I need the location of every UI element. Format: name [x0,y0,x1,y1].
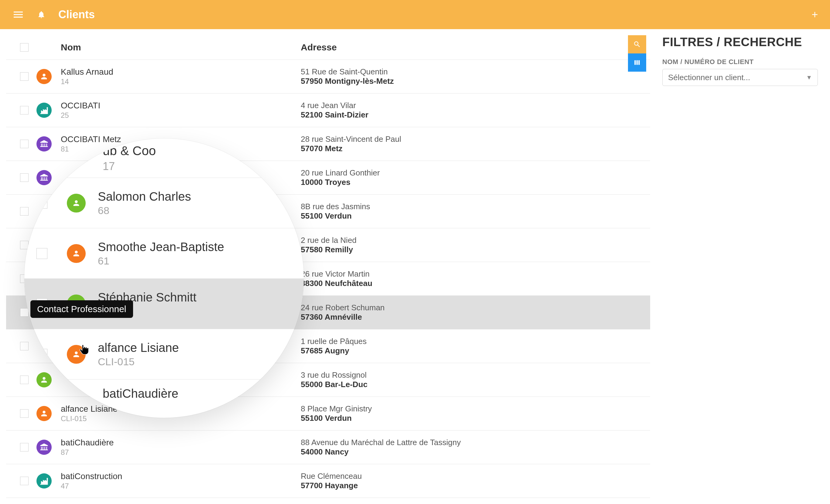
client-city: 10000 Troyes [301,178,586,187]
page-title: Clients [58,8,95,21]
topbar: Clients [0,0,830,29]
add-client-button[interactable] [809,8,821,21]
header-name[interactable]: Nom [61,42,301,53]
client-name: alfance Lisiane [98,341,179,355]
client-address: 26 rue Victor Martin [301,269,586,279]
client-name: Kallus Arnaud [61,67,301,77]
table-row[interactable]: batiConstruction47Rue Clémenceau57700 Ha… [6,464,650,498]
client-city: 55100 Verdun [301,413,586,423]
client-address: 24 rue Robert Schuman [301,303,586,312]
table-header-row: Nom Adresse [6,35,650,60]
row-checkbox[interactable] [20,409,29,418]
client-address: 8B rue des Jasmins [301,202,586,211]
client-name: Salomon Charles [98,190,191,203]
client-address: 3 rue du Rossignol [301,370,586,380]
client-address: 4 rue Jean Vilar [301,101,586,110]
row-checkbox[interactable] [20,443,29,451]
svg-rect-0 [14,11,23,12]
client-city: 57070 Metz [301,144,586,153]
row-checkbox[interactable] [20,207,29,215]
client-sub: CLI-015 [98,356,179,368]
client-city: 55000 Bar-Le-Duc [301,380,586,389]
client-sub: 25 [61,111,301,120]
client-sub: 61 [98,255,224,267]
table-row[interactable]: batiChaudière8788 Avenue du Maréchal de … [6,431,650,464]
row-checkbox[interactable] [20,140,29,148]
client-avatar-person-icon [67,244,86,263]
client-address: 1 ruelle de Pâques [301,337,586,346]
chevron-down-icon: ▼ [806,74,812,81]
client-sub: 87 [61,448,301,457]
client-sub: 68 [98,205,191,216]
magnifier-row[interactable]: Smoothe Jean-Baptiste61 [24,228,304,279]
bell-icon [37,10,45,19]
columns-button[interactable] [628,54,646,72]
client-avatar-factory-icon [36,103,52,118]
table-row[interactable]: batiPlomberie628 Rue de la Roseraie67700… [6,498,650,504]
client-avatar-person-icon [36,372,52,388]
client-name: Smoothe Jean-Baptiste [98,240,224,254]
client-sub: 14 [61,77,301,86]
client-city: 57580 Remilly [301,245,586,255]
client-city: 57950 Montigny-lès-Metz [301,76,586,86]
row-checkbox[interactable] [20,308,29,317]
client-city: 57685 Augny [301,346,586,356]
plus-icon [810,10,819,19]
client-address: 20 rue Linard Gonthier [301,168,586,178]
filters-title: FILTRES / RECHERCHE [662,35,818,49]
filter-field-label: NOM / NUMÉRO DE CLIENT [662,58,818,66]
select-all-checkbox[interactable] [20,43,29,52]
client-avatar-bank-icon [36,440,52,455]
notifications-button[interactable] [35,8,47,21]
svg-rect-1 [14,14,23,15]
tooltip-contact-pro: Contact Professionnel [30,300,133,318]
client-sub: 47 [61,482,301,490]
client-address: 28 rue Saint-Vincent de Paul [301,135,586,144]
client-city: 57360 Amnéville [301,312,586,322]
magnifier-bottom-name: batiChaudière [103,387,178,400]
client-address: 51 Rue de Saint-Quentin [301,67,586,76]
client-city: 54000 Nancy [301,447,586,457]
client-select[interactable]: Sélectionner un client... ▼ [662,69,818,86]
client-avatar-person-icon [67,194,86,212]
row-checkbox[interactable] [20,376,29,384]
svg-rect-2 [14,17,23,18]
client-city: 57700 Hayange [301,481,586,490]
row-checkbox[interactable] [20,342,29,350]
client-avatar-person-icon [36,406,52,421]
client-name: OCCIBATI [61,101,301,110]
client-select-placeholder: Sélectionner un client... [668,73,750,82]
client-name: batiChaudière [61,438,301,447]
client-city: 55100 Verdun [301,211,586,221]
row-checkbox[interactable] [20,72,29,81]
table-row[interactable]: Kallus Arnaud1451 Rue de Saint-Quentin57… [6,60,650,94]
client-address: 88 Avenue du Maréchal de Lattre de Tassi… [301,438,586,447]
header-address[interactable]: Adresse [301,42,586,53]
row-checkbox[interactable] [20,173,29,182]
filters-panel: FILTRES / RECHERCHE NOM / NUMÉRO DE CLIE… [650,35,818,504]
client-avatar-bank-icon [36,170,52,185]
client-name: batiConstruction [61,472,301,481]
magnifier-overlay: ub & Coo 17 Salomon Charles68Smoothe Jea… [24,138,304,418]
magnifier-row[interactable]: alfance LisianeCLI-015 [24,329,304,379]
client-avatar-bank-icon [36,136,52,152]
row-checkbox[interactable] [20,477,29,485]
client-address: 8 Place Mgr Ginistry [301,404,586,413]
client-city: 52100 Saint-Dizier [301,110,586,120]
table-row[interactable]: OCCIBATI254 rue Jean Vilar52100 Saint-Di… [6,94,650,127]
client-city: 88300 Neufchâteau [301,279,586,288]
magnifier-row[interactable]: Salomon Charles68 [24,178,304,228]
search-button[interactable] [628,35,646,54]
hamburger-icon [14,10,23,19]
menu-button[interactable] [12,8,24,21]
row-checkbox[interactable] [20,106,29,114]
client-avatar-factory-icon [36,473,52,489]
client-avatar-person-icon [36,69,52,84]
search-icon [633,40,641,48]
row-checkbox[interactable] [36,248,47,259]
pointer-cursor-icon [78,344,89,357]
client-address: Rue Clémenceau [301,472,586,481]
client-address: 2 rue de la Nied [301,236,586,245]
columns-icon [633,59,641,66]
